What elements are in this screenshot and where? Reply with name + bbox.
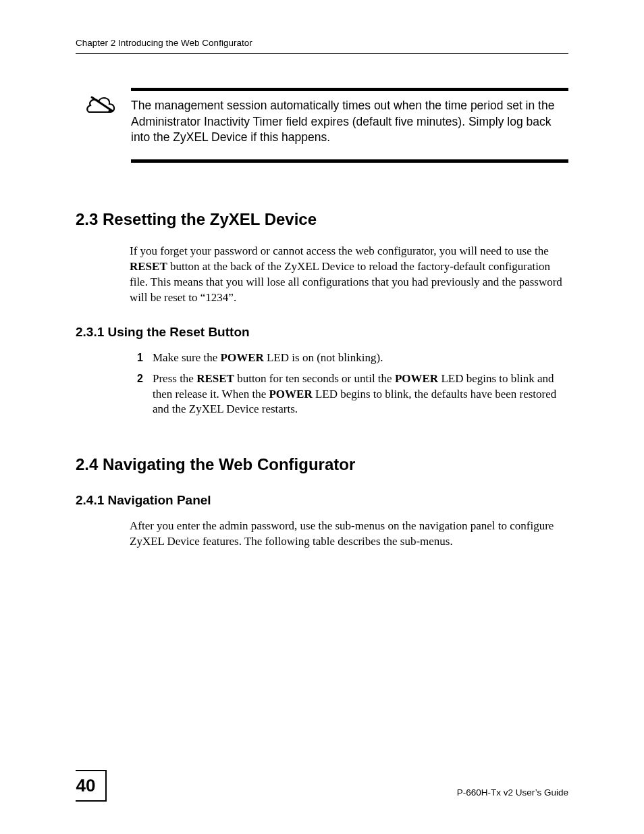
text-bold-reset: RESET xyxy=(130,260,167,273)
section-2-4-1-paragraph: After you enter the admin password, use … xyxy=(130,519,568,550)
text-fragment: Press the xyxy=(153,372,196,385)
text-bold-power: POWER xyxy=(221,351,264,364)
list-item: 2 Press the RESET button for ten seconds… xyxy=(130,371,568,418)
guide-name: P-660H-Tx v2 User’s Guide xyxy=(457,787,568,802)
list-item-body: Make sure the POWER LED is on (not blink… xyxy=(153,350,568,366)
text-fragment: button for ten seconds or until the xyxy=(234,372,395,385)
note-icon xyxy=(85,88,117,163)
text-bold-power: POWER xyxy=(395,372,438,385)
ordered-list-reset-steps: 1 Make sure the POWER LED is on (not bli… xyxy=(130,350,568,418)
note-text: The management session automatically tim… xyxy=(131,88,568,163)
list-item-number: 2 xyxy=(130,371,143,418)
running-header: Chapter 2 Introducing the Web Configurat… xyxy=(76,38,568,54)
text-bold-reset: RESET xyxy=(196,372,234,385)
section-heading-2-3: 2.3 Resetting the ZyXEL Device xyxy=(76,210,568,229)
subsection-heading-2-4-1: 2.4.1 Navigation Panel xyxy=(76,493,568,508)
subsection-heading-2-3-1: 2.3.1 Using the Reset Button xyxy=(76,325,568,340)
page-footer: 40 P-660H-Tx v2 User’s Guide xyxy=(76,770,568,802)
text-fragment: If you forget your password or cannot ac… xyxy=(130,244,549,257)
section-heading-2-4: 2.4 Navigating the Web Configurator xyxy=(76,455,568,474)
text-fragment: LED is on (not blinking). xyxy=(264,351,383,364)
list-item: 1 Make sure the POWER LED is on (not bli… xyxy=(130,350,568,366)
text-bold-power: POWER xyxy=(269,388,312,400)
page-number: 40 xyxy=(76,770,107,802)
note-block: The management session automatically tim… xyxy=(85,88,568,163)
list-item-body: Press the RESET button for ten seconds o… xyxy=(153,371,568,418)
list-item-number: 1 xyxy=(130,350,143,366)
section-2-3-paragraph: If you forget your password or cannot ac… xyxy=(130,244,568,306)
text-fragment: Make sure the xyxy=(153,351,221,364)
text-fragment: button at the back of the ZyXEL Device t… xyxy=(130,260,562,304)
